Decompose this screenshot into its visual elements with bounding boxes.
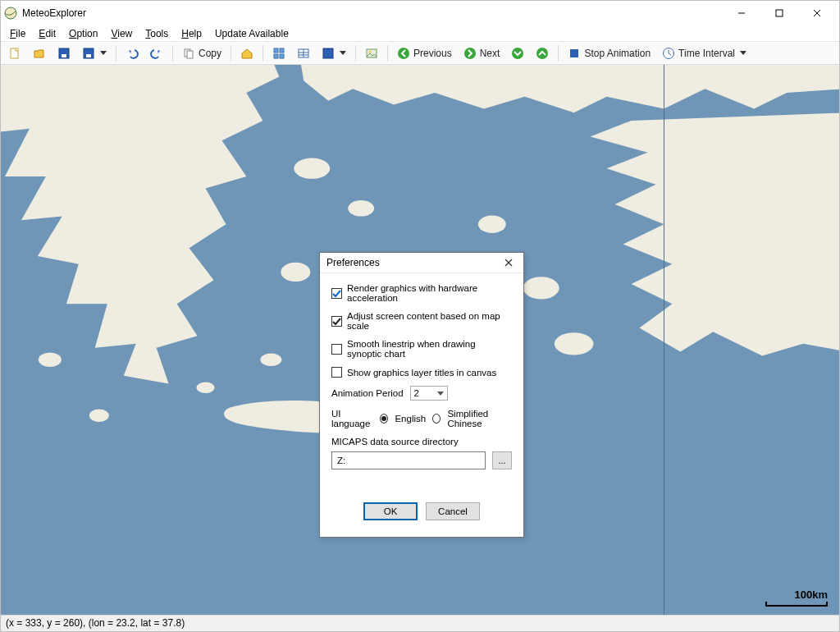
toolbar-separator [558, 45, 559, 62]
scale-label: 100km [795, 588, 828, 601]
menu-tools[interactable]: Tools [139, 26, 174, 41]
menu-bar: File Edit Option View Tools Help Update … [1, 25, 839, 42]
toolbar-separator [116, 45, 116, 62]
color-dropdown-button[interactable] [317, 44, 350, 62]
close-button[interactable] [798, 1, 836, 25]
hw-accel-label: Render graphics with hardware accelerati… [347, 283, 512, 303]
app-title: MeteoExplorer [22, 7, 86, 19]
menu-view[interactable]: View [105, 26, 138, 41]
down-button[interactable] [507, 44, 528, 62]
animation-period-select[interactable]: 2 [410, 386, 448, 401]
svg-rect-5 [11, 48, 18, 58]
undo-button[interactable] [121, 44, 143, 62]
smooth-line-checkbox[interactable] [331, 344, 342, 355]
save-button[interactable] [53, 44, 75, 62]
picture-icon [365, 47, 378, 60]
arrow-right-circle-icon [463, 47, 477, 60]
ui-language-label: UI language [331, 409, 373, 428]
svg-rect-20 [323, 48, 333, 58]
redo-button[interactable] [146, 44, 167, 62]
toolbar-separator [262, 45, 263, 62]
save-dropdown-button[interactable] [78, 44, 111, 62]
svg-rect-2 [776, 10, 783, 16]
picture-button[interactable] [361, 44, 382, 62]
lang-chinese-label: Simplified Chinese [447, 409, 512, 428]
toolbar-separator [387, 45, 388, 62]
menu-option[interactable]: Option [63, 26, 103, 41]
dialog-close-button[interactable] [500, 254, 517, 271]
table-view-button[interactable] [293, 44, 314, 62]
hw-accel-checkbox[interactable] [331, 288, 342, 299]
svg-point-41 [555, 332, 594, 355]
stop-icon [568, 47, 581, 60]
panel-divider [664, 65, 664, 615]
app-icon [4, 7, 17, 20]
stop-label: Stop Animation [584, 48, 651, 59]
menu-edit[interactable]: Edit [33, 26, 62, 41]
stop-animation-button[interactable]: Stop Animation [564, 44, 655, 62]
chevron-down-icon [740, 51, 746, 55]
menu-file[interactable]: File [4, 26, 31, 41]
map-canvas[interactable]: 100km Preferences Render graphics with h… [1, 65, 839, 615]
layer-titles-checkbox[interactable] [331, 367, 342, 378]
copy-icon [182, 47, 195, 60]
smooth-line-label: Smooth linestrip when drawing synoptic c… [347, 339, 512, 359]
folder-open-icon [33, 47, 46, 60]
arrow-left-circle-icon [397, 47, 410, 60]
cancel-button[interactable]: Cancel [426, 502, 480, 520]
chevron-down-icon [437, 392, 444, 396]
chevron-down-icon [100, 51, 107, 55]
copy-button[interactable]: Copy [178, 44, 226, 62]
animation-period-label: Animation Period [331, 388, 404, 398]
menu-help[interactable]: Help [176, 26, 208, 41]
file-icon [8, 47, 21, 60]
svg-point-24 [464, 48, 476, 59]
toolbar-separator [231, 45, 231, 62]
svg-point-22 [369, 50, 372, 53]
svg-point-36 [523, 277, 559, 299]
minimize-button[interactable] [723, 1, 760, 25]
micaps-dir-input[interactable] [331, 451, 486, 469]
lang-chinese-radio[interactable] [432, 414, 441, 424]
browse-button[interactable]: ... [492, 451, 512, 469]
undo-icon [126, 47, 139, 60]
toolbar-separator [355, 45, 356, 62]
next-label: Next [480, 48, 500, 59]
table-icon [297, 47, 310, 60]
new-file-button[interactable] [4, 44, 25, 62]
title-bar: MeteoExplorer [1, 1, 839, 25]
svg-point-32 [281, 263, 310, 282]
next-button[interactable]: Next [459, 44, 504, 62]
ok-button[interactable]: OK [363, 502, 418, 520]
grid-icon [272, 47, 285, 60]
micaps-dir-label: MICAPS data source directory [331, 437, 512, 447]
save-icon [57, 47, 71, 60]
toolbar: Copy Previous Next Stop Animation Time I… [1, 42, 839, 65]
svg-point-43 [39, 353, 62, 367]
time-interval-label: Time Interval [678, 48, 735, 59]
maximize-button[interactable] [760, 1, 798, 25]
open-button[interactable] [29, 44, 50, 62]
preferences-dialog: Preferences Render graphics with hardwar… [319, 252, 524, 538]
toolbar-separator [172, 45, 173, 62]
adjust-scale-label: Adjust screen content based on map scale [347, 311, 512, 331]
grid-view-button[interactable] [268, 44, 290, 62]
lang-english-radio[interactable] [380, 414, 388, 424]
home-icon [240, 47, 253, 60]
svg-rect-21 [367, 49, 377, 57]
animation-period-value: 2 [414, 388, 419, 398]
previous-button[interactable]: Previous [393, 44, 456, 62]
status-bar: (x = 333, y = 260), (lon = 23.2, lat = 3… [1, 615, 839, 631]
time-interval-button[interactable]: Time Interval [658, 44, 751, 62]
svg-rect-14 [274, 54, 278, 58]
svg-point-30 [294, 158, 330, 179]
svg-point-26 [536, 48, 548, 59]
svg-point-25 [512, 48, 523, 59]
home-button[interactable] [236, 44, 258, 62]
up-button[interactable] [532, 44, 553, 62]
svg-rect-27 [570, 49, 578, 57]
adjust-scale-checkbox[interactable] [331, 316, 342, 327]
svg-rect-11 [187, 51, 193, 58]
menu-update[interactable]: Update Available [209, 26, 294, 41]
clock-icon [662, 47, 675, 60]
